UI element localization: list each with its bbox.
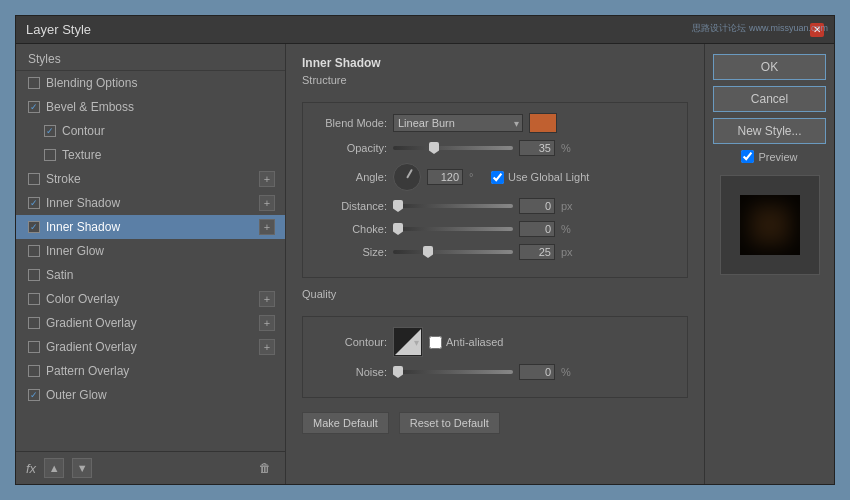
checkbox-outer-glow[interactable] [28, 389, 40, 401]
reset-to-default-button[interactable]: Reset to Default [399, 412, 500, 434]
trash-button[interactable]: 🗑 [255, 458, 275, 478]
new-style-button[interactable]: New Style... [713, 118, 826, 144]
choke-unit: % [561, 223, 577, 235]
preview-checkbox[interactable] [741, 150, 754, 163]
plus-btn-stroke[interactable]: + [259, 171, 275, 187]
size-input[interactable] [519, 244, 555, 260]
angle-input[interactable] [427, 169, 463, 185]
label-gradient-overlay-1: Gradient Overlay [46, 316, 137, 330]
ok-button[interactable]: OK [713, 54, 826, 80]
sidebar-item-outer-glow[interactable]: Outer Glow [16, 383, 285, 407]
checkbox-satin[interactable] [28, 269, 40, 281]
sidebar-item-contour[interactable]: Contour [16, 119, 285, 143]
blend-mode-row: Blend Mode: Linear Burn Normal Multiply … [317, 113, 673, 133]
noise-label: Noise: [317, 366, 387, 378]
opacity-row: Opacity: % [317, 140, 673, 156]
structure-label: Structure [302, 74, 688, 86]
label-stroke: Stroke [46, 172, 81, 186]
make-default-button[interactable]: Make Default [302, 412, 389, 434]
label-bevel-emboss: Bevel & Emboss [46, 100, 134, 114]
up-button[interactable]: ▲ [44, 458, 64, 478]
angle-unit: ° [469, 171, 485, 183]
sidebar-item-stroke[interactable]: Stroke+ [16, 167, 285, 191]
sidebar-item-gradient-overlay-1[interactable]: Gradient Overlay+ [16, 311, 285, 335]
blend-mode-label: Blend Mode: [317, 117, 387, 129]
middle-panel: Inner Shadow Structure Blend Mode: Linea… [286, 44, 704, 484]
sidebar-item-satin[interactable]: Satin [16, 263, 285, 287]
global-light-checkbox[interactable] [491, 171, 504, 184]
distance-input[interactable] [519, 198, 555, 214]
contour-label: Contour: [317, 336, 387, 348]
sidebar-item-gradient-overlay-2[interactable]: Gradient Overlay+ [16, 335, 285, 359]
preview-box [720, 175, 820, 275]
distance-label: Distance: [317, 200, 387, 212]
distance-slider[interactable] [393, 204, 513, 208]
label-gradient-overlay-2: Gradient Overlay [46, 340, 137, 354]
watermark: 思路设计论坛 www.missyuan.com [692, 22, 828, 35]
plus-btn-inner-shadow-1[interactable]: + [259, 195, 275, 211]
choke-input[interactable] [519, 221, 555, 237]
checkbox-bevel-emboss[interactable] [28, 101, 40, 113]
fx-label: fx [26, 461, 36, 476]
label-pattern-overlay: Pattern Overlay [46, 364, 129, 378]
checkbox-gradient-overlay-2[interactable] [28, 341, 40, 353]
checkbox-stroke[interactable] [28, 173, 40, 185]
checkbox-color-overlay[interactable] [28, 293, 40, 305]
noise-input[interactable] [519, 364, 555, 380]
contour-preview[interactable] [393, 327, 423, 357]
checkbox-gradient-overlay-1[interactable] [28, 317, 40, 329]
dialog-title: Layer Style [26, 22, 91, 37]
right-panel: OK Cancel New Style... Preview [704, 44, 834, 484]
quality-section: Contour: Anti-aliased [302, 316, 688, 398]
sidebar-item-inner-shadow-1[interactable]: Inner Shadow+ [16, 191, 285, 215]
checkbox-texture[interactable] [44, 149, 56, 161]
label-inner-shadow-2: Inner Shadow [46, 220, 120, 234]
checkbox-inner-glow[interactable] [28, 245, 40, 257]
choke-slider[interactable] [393, 227, 513, 231]
checkbox-inner-shadow-1[interactable] [28, 197, 40, 209]
sidebar-item-inner-glow[interactable]: Inner Glow [16, 239, 285, 263]
cancel-button[interactable]: Cancel [713, 86, 826, 112]
anti-aliased-checkbox[interactable] [429, 336, 442, 349]
opacity-input[interactable] [519, 140, 555, 156]
plus-btn-gradient-overlay-2[interactable]: + [259, 339, 275, 355]
plus-btn-gradient-overlay-1[interactable]: + [259, 315, 275, 331]
contour-select-wrapper[interactable] [393, 327, 423, 357]
layer-style-dialog: Layer Style ✕ 思路设计论坛 www.missyuan.com St… [15, 15, 835, 485]
checkbox-contour[interactable] [44, 125, 56, 137]
structure-section: Blend Mode: Linear Burn Normal Multiply … [302, 102, 688, 278]
sidebar-item-color-overlay[interactable]: Color Overlay+ [16, 287, 285, 311]
section-title: Inner Shadow [302, 56, 688, 70]
section-header: Inner Shadow Structure [302, 56, 688, 92]
blend-mode-select[interactable]: Linear Burn Normal Multiply Screen [393, 114, 523, 132]
sidebar-item-pattern-overlay[interactable]: Pattern Overlay [16, 359, 285, 383]
down-button[interactable]: ▼ [72, 458, 92, 478]
checkbox-blending-options[interactable] [28, 77, 40, 89]
plus-btn-color-overlay[interactable]: + [259, 291, 275, 307]
opacity-slider[interactable] [393, 146, 513, 150]
sidebar-item-bevel-emboss[interactable]: Bevel & Emboss [16, 95, 285, 119]
checkbox-pattern-overlay[interactable] [28, 365, 40, 377]
label-outer-glow: Outer Glow [46, 388, 107, 402]
label-satin: Satin [46, 268, 73, 282]
styles-header: Styles [16, 44, 285, 71]
sidebar-item-texture[interactable]: Texture [16, 143, 285, 167]
noise-row: Noise: % [317, 364, 673, 380]
size-slider[interactable] [393, 250, 513, 254]
sidebar-item-blending-options[interactable]: Blending Options [16, 71, 285, 95]
preview-label-row: Preview [741, 150, 797, 163]
choke-label: Choke: [317, 223, 387, 235]
quality-header: Quality [302, 288, 688, 306]
anti-aliased-label: Anti-aliased [446, 336, 503, 348]
color-swatch[interactable] [529, 113, 557, 133]
global-light-label: Use Global Light [508, 171, 589, 183]
angle-dial[interactable] [393, 163, 421, 191]
sidebar-item-inner-shadow-2[interactable]: Inner Shadow+ [16, 215, 285, 239]
plus-btn-inner-shadow-2[interactable]: + [259, 219, 275, 235]
label-color-overlay: Color Overlay [46, 292, 119, 306]
blend-mode-select-wrapper[interactable]: Linear Burn Normal Multiply Screen [393, 114, 523, 132]
left-footer: fx ▲ ▼ 🗑 [16, 451, 285, 484]
noise-slider[interactable] [393, 370, 513, 374]
action-buttons: Make Default Reset to Default [302, 412, 688, 434]
checkbox-inner-shadow-2[interactable] [28, 221, 40, 233]
